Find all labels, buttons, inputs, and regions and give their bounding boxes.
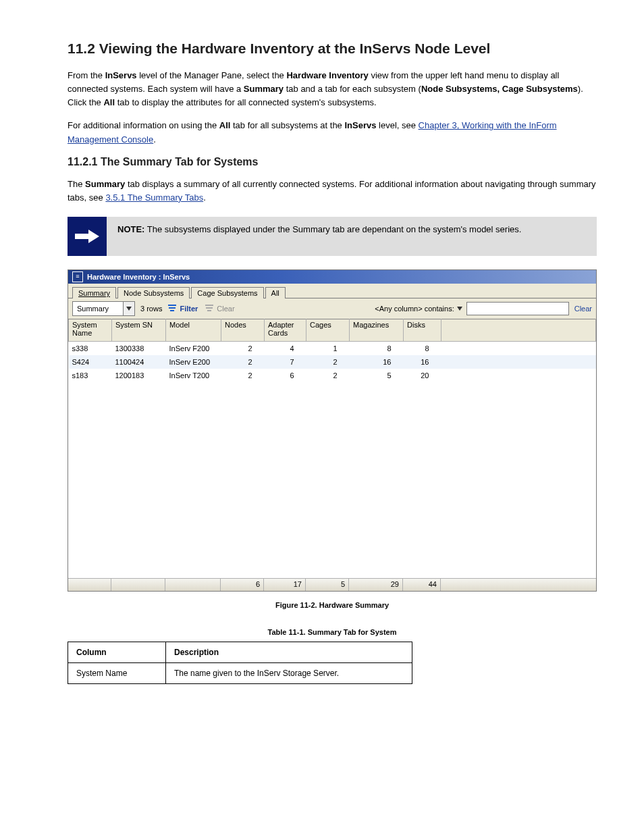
page-title: 11.2 Viewing the Hardware Inventory at t… xyxy=(68,41,597,57)
def-col-column: Column xyxy=(68,642,166,662)
clear-filter-button[interactable]: Clear xyxy=(205,305,234,313)
term-hardware-inventory: Hardware Inventory xyxy=(286,70,368,80)
col-adapter-cards[interactable]: Adapter Cards xyxy=(265,319,306,341)
cell-cages: 2 xyxy=(306,369,350,382)
text: tab to display the attributes for all co… xyxy=(115,97,377,107)
cell-model: InServ T200 xyxy=(166,369,221,382)
clear-filter-icon xyxy=(205,305,214,313)
paragraph-summary-tab: The Summary tab displays a summary of al… xyxy=(68,178,597,205)
cell-system-name: S424 xyxy=(69,355,112,369)
column-filter-dropdown[interactable] xyxy=(457,307,462,311)
cell-model: InServ F200 xyxy=(166,341,221,355)
tab-cage-subsystems[interactable]: Cage Subsystems xyxy=(191,287,263,298)
toolbar: Summary 3 rows Filter Clear <Any column>… xyxy=(68,298,596,319)
total-nodes: 6 xyxy=(221,579,264,591)
col-magazines[interactable]: Magazines xyxy=(350,319,404,341)
term-all: All xyxy=(103,97,115,107)
window-title: Hardware Inventory : InServs xyxy=(87,273,190,281)
cell-model: InServ E200 xyxy=(166,355,221,369)
paragraph-intro: From the InServs level of the Manager Pa… xyxy=(68,69,597,109)
col-system-name[interactable]: System Name xyxy=(69,319,112,341)
cell-system-sn: 1300338 xyxy=(112,341,166,355)
cell-cages: 2 xyxy=(306,355,350,369)
def-table-row: System Name The name given to the InServ… xyxy=(68,662,412,683)
col-system-sn[interactable]: System SN xyxy=(112,319,166,341)
text: The xyxy=(68,179,85,189)
note-label: NOTE: xyxy=(117,224,144,234)
cell-nodes: 2 xyxy=(221,369,265,382)
total-empty xyxy=(441,579,596,591)
col-nodes[interactable]: Nodes xyxy=(221,319,265,341)
view-selector[interactable]: Summary xyxy=(72,301,135,316)
total-cages: 5 xyxy=(306,579,349,591)
cell-system-name: s183 xyxy=(69,369,112,382)
col-empty xyxy=(441,319,596,341)
tab-node-subsystems[interactable]: Node Subsystems xyxy=(117,287,190,298)
total-empty xyxy=(111,579,165,591)
term-subsystems-list: Node Subsystems, Cage Subsystems xyxy=(421,84,578,94)
window-icon: ≡ xyxy=(72,271,83,282)
cell-nodes: 2 xyxy=(221,341,265,355)
total-adapter: 17 xyxy=(264,579,306,591)
hardware-inventory-window: ≡ Hardware Inventory : InServs Summary N… xyxy=(68,269,597,592)
cell-adapter: 4 xyxy=(265,341,306,355)
figure-caption: Figure 11-2. Hardware Summary xyxy=(68,601,597,609)
totals-row: 6 17 5 29 44 xyxy=(68,578,596,591)
term-summary: Summary xyxy=(244,84,284,94)
cell-mags: 8 xyxy=(350,341,404,355)
total-mags: 29 xyxy=(349,579,403,591)
view-selector-value: Summary xyxy=(73,305,123,313)
cell-system-sn: 1200183 xyxy=(112,369,166,382)
tab-summary[interactable]: Summary xyxy=(72,287,116,298)
cell-disks: 8 xyxy=(404,341,441,355)
cell-cages: 1 xyxy=(306,341,350,355)
note-box: NOTE: The subsystems displayed under the… xyxy=(68,217,597,256)
text: . xyxy=(153,134,156,145)
cell-disks: 16 xyxy=(404,355,441,369)
tab-all[interactable]: All xyxy=(265,287,286,298)
cell-system-name: s338 xyxy=(69,341,112,355)
text: From the xyxy=(68,70,105,80)
table-header-row: System Name System SN Model Nodes Adapte… xyxy=(69,319,596,341)
table-row[interactable]: s338 1300338 InServ F200 2 4 1 8 8 xyxy=(69,341,596,355)
window-titlebar: ≡ Hardware Inventory : InServs xyxy=(68,270,596,284)
grid-empty-area xyxy=(68,382,596,578)
chevron-down-icon[interactable] xyxy=(123,302,134,315)
total-disks: 44 xyxy=(403,579,441,591)
row-count-label: 3 rows xyxy=(140,305,162,313)
term-inservs: InServs xyxy=(105,70,137,80)
column-filter-input[interactable] xyxy=(466,302,569,315)
col-model[interactable]: Model xyxy=(166,319,221,341)
link-summary-tabs[interactable]: 3.5.1 The Summary Tabs xyxy=(105,192,203,203)
arrow-right-icon xyxy=(68,217,107,256)
table-row[interactable]: s183 1200183 InServ T200 2 6 2 5 20 xyxy=(69,369,596,382)
filter-button[interactable]: Filter xyxy=(167,305,198,313)
cell-nodes: 2 xyxy=(221,355,265,369)
term-summary: Summary xyxy=(85,179,125,189)
cell-disks: 20 xyxy=(404,369,441,382)
text: tab and a tab for each subsystem ( xyxy=(284,84,421,94)
col-cages[interactable]: Cages xyxy=(306,319,350,341)
tabs-row: Summary Node Subsystems Cage Subsystems … xyxy=(68,284,596,298)
cell-adapter: 6 xyxy=(265,369,306,382)
total-empty xyxy=(165,579,221,591)
def-table-header-row: Column Description xyxy=(68,642,412,662)
filter-icon xyxy=(167,305,177,313)
total-empty xyxy=(68,579,111,591)
col-disks[interactable]: Disks xyxy=(404,319,441,341)
term-all: All xyxy=(219,120,231,130)
def-cell-column: System Name xyxy=(68,662,166,683)
table-caption: Table 11-1. Summary Tab for System xyxy=(68,628,597,636)
text: For additional information on using the xyxy=(68,120,219,130)
cell-adapter: 7 xyxy=(265,355,306,369)
clear-search-link[interactable]: Clear xyxy=(574,305,592,313)
def-cell-description: The name given to the InServ Storage Ser… xyxy=(166,662,412,683)
table-row[interactable]: S424 1100424 InServ E200 2 7 2 16 16 xyxy=(69,355,596,369)
cell-mags: 16 xyxy=(350,355,404,369)
inventory-table: System Name System SN Model Nodes Adapte… xyxy=(68,319,596,382)
paragraph-all-tab-info: For additional information on using the … xyxy=(68,119,597,146)
section-heading-summary-tab: 11.2.1 The Summary Tab for Systems xyxy=(68,156,597,168)
note-body: The subsystems displayed under the Summa… xyxy=(144,224,521,234)
grid-wrap: System Name System SN Model Nodes Adapte… xyxy=(68,319,596,578)
term-inservs: InServs xyxy=(344,120,376,130)
